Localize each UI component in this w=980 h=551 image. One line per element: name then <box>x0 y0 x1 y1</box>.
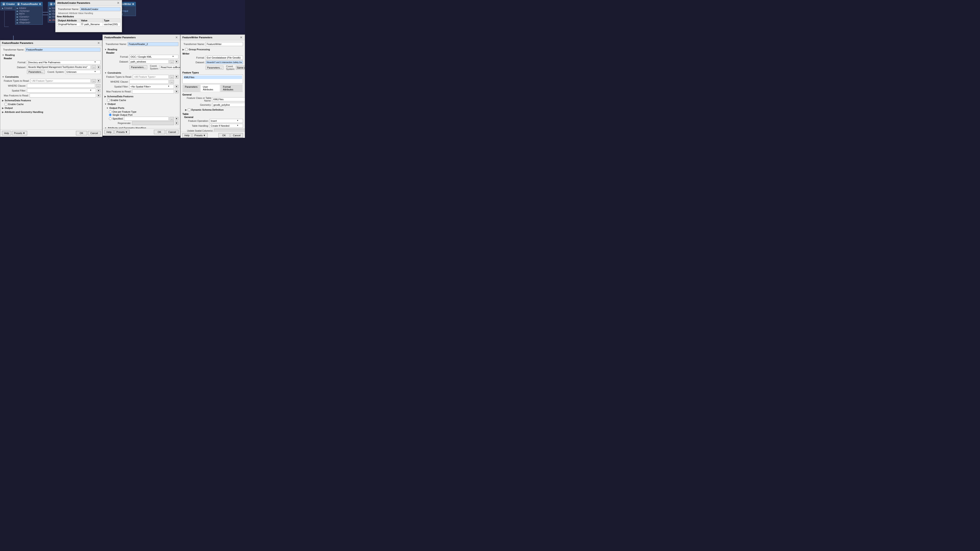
fr2-specified-input[interactable] <box>124 117 169 121</box>
fr1-spatial-select[interactable] <box>27 89 96 93</box>
fw-table-handling-wrap[interactable]: Create If Needed <box>210 124 243 128</box>
fr1-name-input[interactable] <box>25 48 100 52</box>
fw-format-input[interactable] <box>205 56 243 60</box>
fr1-maxfeat-input[interactable] <box>30 94 96 97</box>
fr1-where-input[interactable] <box>27 84 95 88</box>
fr2-radio-single-input[interactable] <box>109 114 111 116</box>
fr1-cache-checkbox[interactable] <box>5 103 7 106</box>
fr1-output-section[interactable]: ▶ Output <box>2 106 100 110</box>
fr2-ftr-dropdown[interactable]: ▼ <box>175 75 178 79</box>
fw-group-section[interactable]: ▶ Group Processing <box>182 48 243 51</box>
dialog-fr2-titlebar[interactable]: FeatureReader Parameters ✕ <box>103 35 180 40</box>
fw-table-handling-select[interactable]: Create If Needed <box>210 124 243 128</box>
fr2-constraints-section[interactable]: ▼ Constraints <box>105 71 178 75</box>
fr2-where-input[interactable] <box>129 80 169 84</box>
fw-cancel-btn[interactable]: Cancel <box>231 133 243 138</box>
dialog-fw-close[interactable]: ✕ <box>239 36 243 39</box>
fw-feat-class-input[interactable] <box>212 97 245 101</box>
fr1-where-browse[interactable]: ... <box>96 84 100 88</box>
dialog-fr2-close[interactable]: ✕ <box>175 36 178 39</box>
fw-feature-type-kmlfiles[interactable]: KMLFiles <box>183 75 242 79</box>
dialog-attr-mini-close[interactable]: ✕ <box>116 1 120 5</box>
fr2-help-btn[interactable]: Help <box>105 130 114 134</box>
fr1-ok-btn[interactable]: OK <box>76 131 87 135</box>
fr2-maxfeat-dropdown[interactable]: ▼ <box>175 90 178 93</box>
fr1-help-btn[interactable]: Help <box>2 131 11 135</box>
fr1-spatial-wrap[interactable] <box>27 89 96 93</box>
fr2-reading-section[interactable]: ▼ Reading <box>105 48 178 51</box>
fr2-name-input[interactable] <box>127 42 178 46</box>
fr2-regenerate-dropdown[interactable]: ▼ <box>175 121 178 125</box>
fr2-format-select[interactable]: OGC / Google KML <box>129 55 178 59</box>
fr2-format-wrap[interactable]: OGC / Google KML <box>129 55 178 59</box>
fw-feat-op-select[interactable]: Insert <box>210 119 243 123</box>
fr2-output-section[interactable]: ▼ Output <box>105 102 178 106</box>
fw-gear-icon[interactable]: ⚙ <box>132 3 134 5</box>
fw-help-btn[interactable]: Help <box>182 133 191 138</box>
fr1-format-select-wrap[interactable]: Directory and File Pathnames <box>27 60 100 64</box>
fw-geometry-input[interactable] <box>212 103 245 107</box>
dialog-attr-mini-titlebar[interactable]: AttributeCreator Parameters ✕ <box>56 0 122 6</box>
fr1-format-select[interactable]: Directory and File Pathnames <box>27 60 100 64</box>
fw-ok-btn[interactable]: OK <box>218 133 230 138</box>
fr1-presets-btn[interactable]: Presets ▼ <box>12 131 27 135</box>
fr1-dataset-dropdown[interactable]: ▼ <box>97 65 100 69</box>
fr2-where-browse[interactable]: ... <box>170 80 174 84</box>
fr1-params-btn[interactable]: Parameters... <box>27 70 45 74</box>
fw-group-checkbox[interactable] <box>185 48 188 51</box>
fr1-ftr-input[interactable] <box>30 79 91 83</box>
fw-name-input[interactable] <box>205 42 243 46</box>
fr2-schema-section[interactable]: ▶ Schema/Data Features <box>105 94 178 98</box>
fr2-maxfeat-input[interactable] <box>132 89 174 94</box>
fr1-attr-section[interactable]: ▶ Attribute and Geometry Handling <box>2 110 100 114</box>
dialog-fr1-titlebar[interactable]: FeatureReader Parameters ✕ <box>0 40 102 46</box>
fr1-schema-section[interactable]: ▶ Schema/Data Features <box>2 98 100 102</box>
fr2-ftr-browse[interactable]: ... <box>170 75 174 79</box>
fr1-dataset-browse[interactable]: ... <box>92 65 96 69</box>
fr2-ftr-input[interactable] <box>133 75 169 79</box>
fr2-dataset-dropdown[interactable]: ▼ <box>175 60 178 64</box>
fr1-constraints-section[interactable]: ▼ Constraints <box>2 75 100 79</box>
fr2-params-btn[interactable]: Parameters... <box>129 65 147 69</box>
fr1-coord-select[interactable]: Unknown <box>65 70 100 74</box>
fw-tab-parameters[interactable]: Parameters <box>182 84 200 92</box>
fw-feature-types-list[interactable]: KMLFiles <box>182 75 243 84</box>
fr2-coord-select[interactable]: Read from source <box>160 65 180 69</box>
fr2-spatial-wrap[interactable]: <No Spatial Filter> <box>129 84 174 89</box>
fr2-specified-dropdown[interactable]: ▼ <box>175 117 178 121</box>
fr1-spatial-dropdown[interactable]: ▼ <box>97 89 100 92</box>
fw-dynamic-schema-section[interactable]: ▶ Dynamic Schema Definition <box>182 108 243 112</box>
fw-dynamic-checkbox[interactable] <box>188 108 191 111</box>
fr2-output-ports-section[interactable]: ▼ Output Ports <box>106 106 178 110</box>
fw-params-btn[interactable]: Parameters... <box>205 66 223 70</box>
fr2-specified-browse[interactable]: ... <box>170 117 174 121</box>
dialog-fr1-close[interactable]: ✕ <box>97 41 100 45</box>
fr2-spatial-dropdown[interactable]: ▼ <box>175 85 178 88</box>
fw-tab-format-attr[interactable]: Format Attributes <box>221 84 243 92</box>
fr2-radio-one-input[interactable] <box>109 110 111 113</box>
fr1-dataset-input[interactable] <box>27 65 91 69</box>
fr1-ftr-browse[interactable]: ... <box>92 79 96 83</box>
fr2-dataset-browse[interactable]: ... <box>170 60 174 64</box>
fr1-ftr-dropdown[interactable]: ▼ <box>97 79 100 83</box>
fr1-coord-wrap[interactable]: Unknown <box>65 70 100 74</box>
node-fr-header[interactable]: ◆ FeatureReader ⚙ <box>15 2 43 6</box>
fr-gear-icon[interactable]: ⚙ <box>39 3 41 5</box>
fr2-presets-btn[interactable]: Presets ▼ <box>115 130 130 134</box>
fr2-cancel-btn[interactable]: Cancel <box>166 130 178 134</box>
fr2-ok-btn[interactable]: OK <box>154 130 165 134</box>
fr1-reading-section[interactable]: ▼ Reading <box>2 53 100 57</box>
fr2-radio-specified-input[interactable] <box>109 118 111 120</box>
fr2-dataset-input[interactable] <box>129 60 169 64</box>
fr2-regenerate-input[interactable] <box>132 121 174 125</box>
dialog-fw-titlebar[interactable]: FeatureWriter Parameters ✕ <box>181 35 245 40</box>
fw-feat-op-wrap[interactable]: Insert <box>210 119 243 123</box>
fr1-maxfeat-dropdown[interactable]: ▼ <box>97 94 100 97</box>
fw-presets-btn[interactable]: Presets ▼ <box>192 133 208 138</box>
fr2-attr-section[interactable]: ▼ Attribute and Geometry Handling <box>105 126 178 128</box>
fw-tab-user-attr[interactable]: User Attributes <box>200 84 220 92</box>
fr2-coord-wrap[interactable]: Read from source <box>160 65 180 69</box>
fr2-cache-checkbox[interactable] <box>107 99 110 102</box>
fr2-spatial-select[interactable]: <No Spatial Filter> <box>129 84 174 89</box>
fw-dataset-input[interactable] <box>205 60 243 64</box>
